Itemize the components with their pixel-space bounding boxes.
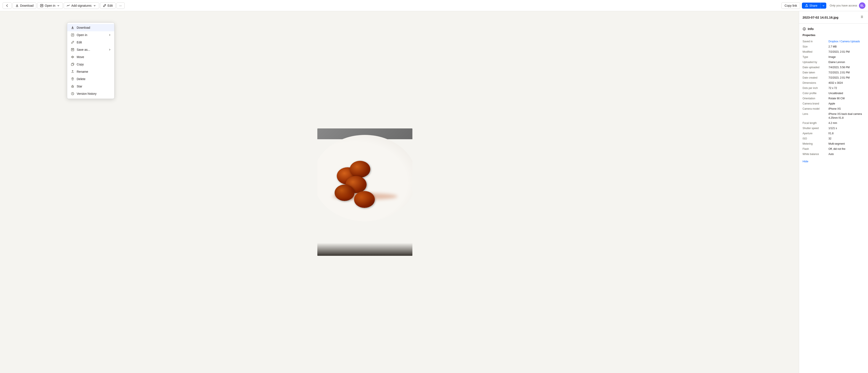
prop-camera-model-val: iPhone XS [829,107,865,111]
open-in-icon [40,4,43,7]
prop-shutter-speed: Shutter speed 1/121 s [803,126,865,131]
menu-item-save-as[interactable]: Save as... [67,46,114,53]
prop-camera-brand: Camera brand Apple [803,101,865,106]
menu-copy-icon [71,62,74,66]
hide-properties-button[interactable]: Hide [803,160,865,163]
prop-size-val: 2.7 MB [829,45,865,48]
prop-date-uploaded: Date uploaded 7/4/2023, 5:56 PM [803,65,865,70]
prop-camera-model-key: Camera model [803,107,829,111]
svg-rect-2 [71,48,74,51]
right-panel: 2023-07-02 14.01.16.jpg Info Properties … [799,11,868,373]
menu-item-delete[interactable]: Delete [67,75,114,83]
menu-item-edit[interactable]: Edit [67,39,114,46]
prop-flash-val: Off, did not fire [829,147,865,151]
info-icon [803,27,806,31]
open-in-button[interactable]: Open in [37,2,63,9]
menu-item-version-history[interactable]: Version history [67,90,114,97]
prop-dimensions: Dimensions 4032 x 3024 [803,80,865,86]
menu-version-history-icon [71,92,74,96]
menu-item-open-in[interactable]: Open in [67,31,114,39]
prop-modified-key: Modified [803,50,829,54]
menu-open-in-chevron [108,33,111,37]
menu-item-copy[interactable]: Copy [67,61,114,68]
menu-item-star[interactable]: Star [67,83,114,90]
prop-uploaded-by-key: Uploaded by [803,60,829,64]
prop-uploaded-by-val: Elaine Lennon [829,60,865,64]
prop-saved-in: Saved in Dropbox / Camera Uploads [803,39,865,44]
toolbar-right: Copy link Share Only you have access EL [781,2,865,9]
prop-type-key: Type [803,55,829,59]
menu-open-in-icon [71,33,74,37]
prop-dpi-key: Dots per inch [803,86,829,90]
prop-dpi: Dots per inch 72 x 72 [803,86,865,91]
prop-iso-val: 32 [829,137,865,140]
panel-expand-button[interactable] [859,14,865,20]
prop-date-uploaded-key: Date uploaded [803,65,829,69]
menu-item-download[interactable]: Download [67,24,114,31]
prop-date-taken-val: 7/2/2023, 2:01 PM [829,71,865,74]
panel-header: 2023-07-02 14.01.16.jpg [799,11,868,24]
copy-link-button[interactable]: Copy link [781,2,800,9]
add-signatures-button[interactable]: Add signatures [64,2,99,9]
signature-icon [66,4,70,7]
svg-rect-3 [71,64,73,66]
prop-saved-in-key: Saved in [803,39,829,43]
prop-date-taken-key: Date taken [803,71,829,74]
menu-item-rename[interactable]: Rename [67,68,114,75]
prop-date-created-key: Date created [803,76,829,80]
prop-saved-in-val[interactable]: Dropbox / Camera Uploads [829,39,865,43]
menu-star-icon [71,84,74,88]
prop-white-balance: White balance Auto [803,151,865,157]
back-button[interactable] [3,2,12,9]
prop-flash-key: Flash [803,147,829,151]
menu-open-in-label: Open in [77,33,87,37]
menu-copy-label: Copy [77,63,84,66]
info-section: Info Properties Saved in Dropbox / Camer… [799,24,868,166]
prop-metering: Metering Multi-segment [803,141,865,146]
panel-filename: 2023-07-02 14.01.16.jpg [803,15,859,19]
prop-date-created: Date created 7/2/2023, 2:01 PM [803,75,865,80]
copy-link-label: Copy link [785,4,797,7]
properties-table: Saved in Dropbox / Camera Uploads Size 2… [803,39,865,157]
more-label: ··· [119,4,122,7]
prop-lens-key: Lens [803,112,829,120]
prop-size-key: Size [803,45,829,48]
context-menu: Download Open in Edit [67,23,115,99]
download-icon [16,4,19,7]
menu-rename-icon [71,70,74,74]
info-title: Info [808,27,814,31]
prop-white-balance-key: White balance [803,152,829,156]
menu-download-icon [71,26,74,30]
edit-button[interactable]: Edit [100,2,116,9]
download-label: Download [20,4,33,7]
prop-lens: Lens iPhone XS back dual camera 4.25mm f… [803,111,865,121]
prop-orientation-key: Orientation [803,97,829,100]
menu-edit-icon [71,40,74,44]
user-avatar[interactable]: EL [859,2,865,9]
prop-focal-length: Focal length 4.2 mm [803,121,865,126]
prop-camera-model: Camera model iPhone XS [803,106,865,111]
add-signatures-label: Add signatures [71,4,91,7]
prop-color-profile: Color profile Uncalibrated [803,91,865,96]
add-signatures-chevron-icon [93,4,96,7]
prop-date-created-val: 7/2/2023, 2:01 PM [829,76,865,80]
download-button[interactable]: Download [12,2,36,9]
prop-color-profile-key: Color profile [803,91,829,95]
menu-rename-label: Rename [77,70,88,73]
more-button[interactable]: ··· [117,2,125,9]
prop-shutter-speed-val: 1/121 s [829,126,865,130]
prop-size: Size 2.7 MB [803,44,865,49]
menu-move-icon [71,55,74,59]
share-arrow-button[interactable] [820,3,826,9]
image-area: Download Open in Edit [0,11,799,373]
main-layout: Download Open in Edit [0,11,868,373]
prop-focal-length-val: 4.2 mm [829,121,865,125]
menu-move-label: Move [77,55,84,59]
share-button[interactable]: Share [802,3,820,9]
menu-save-as-chevron [108,48,111,52]
prop-type: Type Image [803,55,865,60]
prop-date-uploaded-val: 7/4/2023, 5:56 PM [829,65,865,69]
prop-white-balance-val: Auto [829,152,865,156]
prop-dimensions-val: 4032 x 3024 [829,81,865,85]
menu-item-move[interactable]: Move [67,53,114,61]
